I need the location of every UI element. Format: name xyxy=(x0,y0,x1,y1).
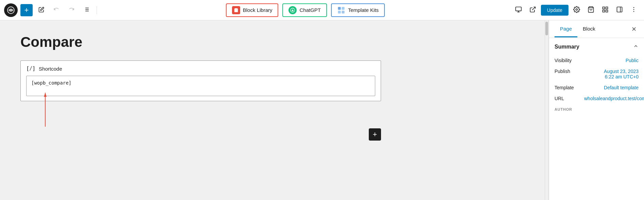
more-options-button[interactable] xyxy=(628,4,640,16)
scrollbar-thumb xyxy=(545,22,548,35)
svg-rect-8 xyxy=(338,7,341,10)
add-block-toolbar-button[interactable]: + xyxy=(20,4,33,16)
shortcode-header: [/] Shortcode xyxy=(26,66,375,72)
template-label: Template xyxy=(555,85,574,90)
summary-section-header: Summary xyxy=(555,43,639,50)
editor-scrollbar[interactable] xyxy=(545,20,549,200)
preview-device-button[interactable] xyxy=(512,4,525,16)
url-label: URL xyxy=(555,96,564,101)
svg-rect-9 xyxy=(342,7,344,10)
sidebar-tabs: Page Block xyxy=(555,21,601,37)
publish-time: 6:22 am UTC+0 xyxy=(605,74,639,79)
sidebar-header: Page Block ✕ xyxy=(549,20,644,38)
toolbar-right: Update xyxy=(512,4,640,16)
tab-block-label: Block xyxy=(583,26,595,32)
shortcode-block-label: Shortcode xyxy=(39,66,62,72)
template-kits-button[interactable]: Template Kits xyxy=(331,3,385,17)
svg-rect-22 xyxy=(617,7,622,12)
url-row: URL wholsaleandproduct.test/compare/ xyxy=(555,93,639,104)
svg-point-16 xyxy=(576,8,578,10)
update-label: Update xyxy=(547,7,562,13)
page-title: Compare xyxy=(20,34,524,50)
add-block-below-icon: + xyxy=(373,130,377,139)
main-layout: Compare [/] Shortcode [wopb_compare] + xyxy=(0,20,644,200)
pencil-icon xyxy=(38,6,45,14)
undo-button[interactable] xyxy=(50,4,63,16)
template-row: Template Default template xyxy=(555,82,639,93)
svg-rect-18 xyxy=(603,7,605,9)
publish-date: August 23, 2023 xyxy=(604,69,639,74)
red-arrow-svg xyxy=(43,93,47,133)
settings-icon-button[interactable] xyxy=(571,4,583,16)
publish-value[interactable]: August 23, 2023 6:22 am UTC+0 xyxy=(604,69,639,79)
view-post-button[interactable] xyxy=(527,4,539,16)
svg-rect-20 xyxy=(606,10,608,12)
redo-icon xyxy=(68,6,75,14)
sidebar-toggle-icon xyxy=(616,6,623,14)
redo-button[interactable] xyxy=(65,4,78,16)
bag-icon xyxy=(588,6,594,14)
monitor-icon xyxy=(515,6,522,14)
edit-button[interactable] xyxy=(35,4,48,16)
list-view-button[interactable] xyxy=(80,4,93,16)
toolbar: + Block Library xyxy=(0,0,644,20)
svg-point-24 xyxy=(633,7,634,8)
shortcode-block-icon: [/] xyxy=(26,66,35,72)
svg-rect-12 xyxy=(516,7,522,11)
bag-icon-button[interactable] xyxy=(585,4,597,16)
tab-page[interactable]: Page xyxy=(555,21,577,37)
svg-marker-28 xyxy=(44,93,47,97)
blocks-grid-button[interactable] xyxy=(599,4,611,16)
editor-area: Compare [/] Shortcode [wopb_compare] + xyxy=(0,20,545,200)
summary-section: Summary Visibility Public Publish August… xyxy=(555,43,639,111)
summary-toggle-button[interactable] xyxy=(633,43,639,50)
plus-icon: + xyxy=(24,6,29,15)
svg-rect-11 xyxy=(342,11,344,13)
toolbar-divider-1 xyxy=(97,6,97,14)
url-value[interactable]: wholsaleandproduct.test/compare/ xyxy=(584,96,639,101)
tab-page-label: Page xyxy=(560,26,572,32)
list-icon xyxy=(83,6,89,14)
visibility-value[interactable]: Public xyxy=(626,58,639,63)
add-block-below-button[interactable]: + xyxy=(369,128,381,141)
chatgpt-button[interactable]: ChatGPT xyxy=(282,3,327,17)
wp-logo[interactable] xyxy=(4,3,18,17)
sidebar: Page Block ✕ Summary Visibility xyxy=(549,20,644,200)
shortcode-input[interactable]: [wopb_compare] xyxy=(26,76,375,96)
block-library-label: Block Library xyxy=(243,7,273,13)
update-button[interactable]: Update xyxy=(541,5,568,16)
settings-icon xyxy=(573,6,580,14)
blocks-grid-icon xyxy=(602,6,609,14)
svg-line-15 xyxy=(532,7,535,10)
template-kits-label: Template Kits xyxy=(348,7,379,13)
svg-point-26 xyxy=(633,11,634,12)
visibility-label: Visibility xyxy=(555,58,572,63)
chatgpt-label: ChatGPT xyxy=(299,7,321,13)
svg-rect-10 xyxy=(338,11,341,13)
more-options-icon xyxy=(630,6,637,14)
toolbar-center-buttons: Block Library ChatGPT Template Kits xyxy=(101,3,510,17)
svg-rect-21 xyxy=(603,10,605,12)
template-value[interactable]: Default template xyxy=(604,85,639,90)
chatgpt-icon xyxy=(288,6,297,14)
block-library-icon xyxy=(232,6,240,14)
close-icon: ✕ xyxy=(631,25,637,33)
template-kits-icon xyxy=(337,6,345,14)
undo-icon xyxy=(53,6,60,14)
svg-point-25 xyxy=(633,9,634,10)
summary-section-title: Summary xyxy=(555,44,579,50)
visibility-row: Visibility Public xyxy=(555,55,639,66)
sidebar-content: Summary Visibility Public Publish August… xyxy=(549,38,644,200)
block-library-button[interactable]: Block Library xyxy=(226,3,279,17)
author-section-label: AUTHOR xyxy=(555,107,639,111)
shortcode-value: [wopb_compare] xyxy=(31,80,71,86)
shortcode-block[interactable]: [/] Shortcode [wopb_compare] xyxy=(20,60,381,101)
svg-rect-19 xyxy=(606,7,608,9)
sidebar-close-button[interactable]: ✕ xyxy=(629,24,639,34)
publish-row: Publish August 23, 2023 6:22 am UTC+0 xyxy=(555,66,639,82)
external-link-icon xyxy=(529,6,536,14)
publish-label: Publish xyxy=(555,69,570,74)
tab-block[interactable]: Block xyxy=(577,21,601,37)
sidebar-toggle-button[interactable] xyxy=(613,4,626,16)
